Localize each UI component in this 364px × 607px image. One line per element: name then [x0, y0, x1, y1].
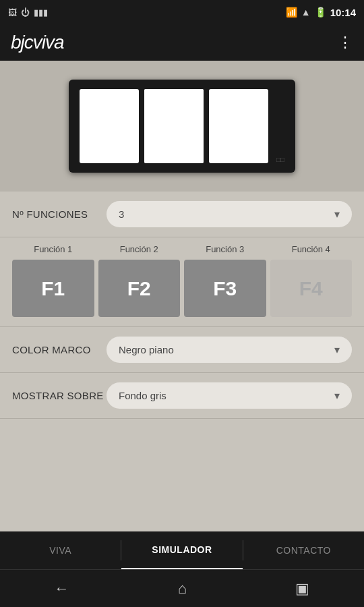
main-content: □□ Nº FUNCIONES 3 ▾ Función 1 Función 2 …	[0, 61, 364, 531]
fn-label-2: Función 2	[98, 244, 181, 254]
app-header: bjcviva ⋮	[0, 24, 364, 61]
switch-half-left	[144, 89, 173, 163]
controls-section: Nº FUNCIONES 3 ▾ Función 1 Función 2 Fun…	[0, 192, 364, 531]
fn-button-1-label: F1	[41, 277, 65, 300]
switch-button-1[interactable]	[80, 89, 139, 163]
panel-label: □□	[276, 156, 284, 163]
menu-button[interactable]: ⋮	[338, 34, 353, 51]
fn-button-4-label: F4	[299, 277, 323, 300]
color-marco-value: Negro piano	[119, 344, 174, 355]
color-marco-chevron-icon: ▾	[334, 343, 340, 356]
logo-italic: viva	[33, 32, 64, 53]
fn-button-2-label: F2	[127, 277, 151, 300]
battery-icon: 🔋	[315, 7, 326, 18]
switch-button-3[interactable]	[209, 89, 268, 163]
image-icon: 🖼	[8, 7, 17, 18]
tab-simulador-label: SIMULADOR	[152, 544, 212, 555]
fn-label-1: Función 1	[12, 244, 94, 254]
mostrar-sobre-chevron-icon: ▾	[334, 389, 340, 402]
nav-recent-button[interactable]: ▣	[282, 575, 323, 603]
funciones-select[interactable]: 3 ▾	[107, 201, 352, 227]
nav-back-button[interactable]: ←	[41, 575, 83, 603]
tab-contacto-label: CONTACTO	[276, 545, 331, 556]
status-icons: 🖼 ⏻ ▮▮▮	[8, 7, 48, 18]
fn-label-4: Función 4	[270, 244, 353, 254]
switch-panel: □□	[69, 80, 295, 173]
app-logo: bjcviva	[11, 32, 64, 53]
preview-area: □□	[0, 61, 364, 192]
funciones-row: Nº FUNCIONES 3 ▾	[0, 192, 364, 237]
mostrar-sobre-row: MOSTRAR SOBRE Fondo gris ▾	[0, 373, 364, 419]
fn-button-2[interactable]: F2	[98, 260, 181, 317]
fn-button-3-label: F3	[213, 277, 237, 300]
switch-button-2[interactable]	[144, 89, 204, 163]
tab-viva[interactable]: VIVA	[0, 531, 121, 569]
bottom-tabs: VIVA SIMULADOR CONTACTO	[0, 531, 364, 569]
switch-half-right	[175, 89, 204, 163]
status-time: 10:14	[330, 7, 356, 18]
tab-viva-label: VIVA	[49, 545, 71, 556]
mostrar-sobre-value: Fondo gris	[119, 390, 166, 401]
functions-buttons-row: F1 F2 F3 F4	[0, 257, 364, 327]
status-right: 📶 ▲ 🔋 10:14	[286, 7, 356, 18]
funciones-value: 3	[119, 208, 124, 220]
fn-button-1[interactable]: F1	[12, 260, 94, 317]
fn-label-3: Función 3	[184, 244, 266, 254]
fn-button-3[interactable]: F3	[184, 260, 266, 317]
funciones-chevron-icon: ▾	[334, 208, 340, 221]
bars-icon: ▮▮▮	[34, 7, 48, 18]
funciones-label: Nº FUNCIONES	[12, 208, 107, 220]
tab-contacto[interactable]: CONTACTO	[243, 531, 364, 569]
wifi-icon: 📶	[286, 7, 297, 18]
nav-bar: ← ⌂ ▣	[0, 569, 364, 607]
functions-labels-row: Función 1 Función 2 Función 3 Función 4	[0, 237, 364, 257]
color-marco-row: COLOR MARCO Negro piano ▾	[0, 327, 364, 373]
tab-simulador[interactable]: SIMULADOR	[121, 531, 242, 569]
fn-button-4[interactable]: F4	[270, 260, 353, 317]
mostrar-sobre-label: MOSTRAR SOBRE	[12, 390, 107, 401]
mostrar-sobre-select[interactable]: Fondo gris ▾	[107, 382, 352, 409]
logo-main: bjc	[11, 32, 33, 53]
nav-home-button[interactable]: ⌂	[164, 575, 200, 603]
status-bar: 🖼 ⏻ ▮▮▮ 📶 ▲ 🔋 10:14	[0, 0, 364, 24]
signal-icon: ▲	[301, 7, 311, 18]
power-icon: ⏻	[21, 7, 30, 18]
color-marco-select[interactable]: Negro piano ▾	[107, 337, 352, 363]
color-marco-label: COLOR MARCO	[12, 344, 107, 355]
